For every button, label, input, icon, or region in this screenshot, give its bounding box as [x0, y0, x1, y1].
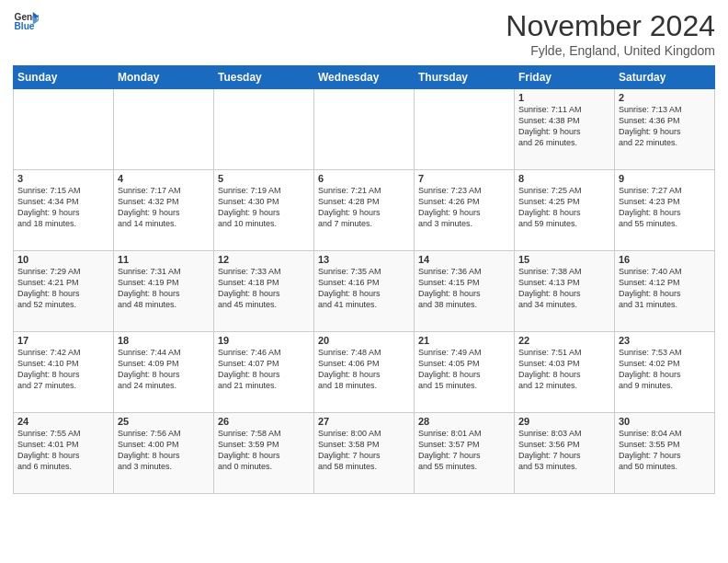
logo-icon: General Blue [13, 9, 39, 35]
calendar-cell: 9Sunrise: 7:27 AM Sunset: 4:23 PM Daylig… [615, 170, 715, 251]
day-number: 25 [118, 416, 210, 427]
calendar-cell: 23Sunrise: 7:53 AM Sunset: 4:02 PM Dayli… [615, 332, 715, 413]
calendar-cell: 18Sunrise: 7:44 AM Sunset: 4:09 PM Dayli… [114, 332, 214, 413]
svg-text:Blue: Blue [15, 21, 35, 31]
col-friday: Friday [515, 66, 615, 89]
day-number: 9 [619, 173, 711, 184]
day-info: Sunrise: 7:49 AM Sunset: 4:05 PM Dayligh… [418, 347, 510, 392]
day-info: Sunrise: 7:23 AM Sunset: 4:26 PM Dayligh… [418, 185, 510, 230]
day-number: 1 [518, 92, 610, 103]
week-row-3: 17Sunrise: 7:42 AM Sunset: 4:10 PM Dayli… [14, 332, 715, 413]
day-info: Sunrise: 7:17 AM Sunset: 4:32 PM Dayligh… [118, 185, 210, 230]
calendar-cell: 6Sunrise: 7:21 AM Sunset: 4:28 PM Daylig… [314, 170, 415, 251]
day-info: Sunrise: 7:38 AM Sunset: 4:13 PM Dayligh… [518, 266, 610, 311]
calendar-cell: 16Sunrise: 7:40 AM Sunset: 4:12 PM Dayli… [615, 251, 715, 332]
day-number: 30 [619, 416, 711, 427]
day-number: 22 [518, 335, 610, 346]
day-info: Sunrise: 7:36 AM Sunset: 4:15 PM Dayligh… [418, 266, 510, 311]
col-monday: Monday [114, 66, 214, 89]
day-info: Sunrise: 7:51 AM Sunset: 4:03 PM Dayligh… [518, 347, 610, 392]
day-number: 17 [17, 335, 109, 346]
calendar-cell: 12Sunrise: 7:33 AM Sunset: 4:18 PM Dayli… [214, 251, 314, 332]
header-row: Sunday Monday Tuesday Wednesday Thursday… [14, 66, 715, 89]
calendar-cell [14, 89, 114, 170]
calendar-cell: 5Sunrise: 7:19 AM Sunset: 4:30 PM Daylig… [214, 170, 314, 251]
day-info: Sunrise: 7:56 AM Sunset: 4:00 PM Dayligh… [118, 428, 210, 473]
day-info: Sunrise: 7:53 AM Sunset: 4:02 PM Dayligh… [619, 347, 711, 392]
day-number: 19 [218, 335, 310, 346]
day-number: 8 [518, 173, 610, 184]
day-info: Sunrise: 7:21 AM Sunset: 4:28 PM Dayligh… [318, 185, 410, 230]
day-number: 18 [118, 335, 210, 346]
calendar-cell: 27Sunrise: 8:00 AM Sunset: 3:58 PM Dayli… [314, 413, 415, 494]
header: General Blue November 2024 Fylde, Englan… [13, 9, 715, 58]
calendar-cell: 11Sunrise: 7:31 AM Sunset: 4:19 PM Dayli… [114, 251, 214, 332]
day-number: 13 [318, 254, 410, 265]
day-info: Sunrise: 7:25 AM Sunset: 4:25 PM Dayligh… [518, 185, 610, 230]
calendar-cell: 3Sunrise: 7:15 AM Sunset: 4:34 PM Daylig… [14, 170, 114, 251]
day-info: Sunrise: 7:35 AM Sunset: 4:16 PM Dayligh… [318, 266, 410, 311]
calendar-cell: 10Sunrise: 7:29 AM Sunset: 4:21 PM Dayli… [14, 251, 114, 332]
col-thursday: Thursday [415, 66, 515, 89]
day-info: Sunrise: 7:11 AM Sunset: 4:38 PM Dayligh… [518, 104, 610, 149]
calendar-cell: 19Sunrise: 7:46 AM Sunset: 4:07 PM Dayli… [214, 332, 314, 413]
day-number: 11 [118, 254, 210, 265]
week-row-1: 3Sunrise: 7:15 AM Sunset: 4:34 PM Daylig… [14, 170, 715, 251]
day-number: 28 [418, 416, 510, 427]
calendar-cell: 20Sunrise: 7:48 AM Sunset: 4:06 PM Dayli… [314, 332, 415, 413]
day-info: Sunrise: 7:19 AM Sunset: 4:30 PM Dayligh… [218, 185, 310, 230]
calendar-cell: 1Sunrise: 7:11 AM Sunset: 4:38 PM Daylig… [515, 89, 615, 170]
calendar-cell: 2Sunrise: 7:13 AM Sunset: 4:36 PM Daylig… [615, 89, 715, 170]
day-number: 5 [218, 173, 310, 184]
week-row-2: 10Sunrise: 7:29 AM Sunset: 4:21 PM Dayli… [14, 251, 715, 332]
calendar-cell: 24Sunrise: 7:55 AM Sunset: 4:01 PM Dayli… [14, 413, 114, 494]
day-info: Sunrise: 7:40 AM Sunset: 4:12 PM Dayligh… [619, 266, 711, 311]
calendar-cell [415, 89, 515, 170]
day-number: 6 [318, 173, 410, 184]
day-info: Sunrise: 8:01 AM Sunset: 3:57 PM Dayligh… [418, 428, 510, 473]
calendar-cell: 14Sunrise: 7:36 AM Sunset: 4:15 PM Dayli… [415, 251, 515, 332]
day-number: 7 [418, 173, 510, 184]
day-number: 10 [17, 254, 109, 265]
calendar-cell: 4Sunrise: 7:17 AM Sunset: 4:32 PM Daylig… [114, 170, 214, 251]
day-info: Sunrise: 7:31 AM Sunset: 4:19 PM Dayligh… [118, 266, 210, 311]
day-info: Sunrise: 7:58 AM Sunset: 3:59 PM Dayligh… [218, 428, 310, 473]
day-info: Sunrise: 7:44 AM Sunset: 4:09 PM Dayligh… [118, 347, 210, 392]
day-number: 2 [619, 92, 711, 103]
day-info: Sunrise: 7:33 AM Sunset: 4:18 PM Dayligh… [218, 266, 310, 311]
day-info: Sunrise: 8:04 AM Sunset: 3:55 PM Dayligh… [619, 428, 711, 473]
calendar-cell: 28Sunrise: 8:01 AM Sunset: 3:57 PM Dayli… [415, 413, 515, 494]
calendar-cell: 22Sunrise: 7:51 AM Sunset: 4:03 PM Dayli… [515, 332, 615, 413]
day-info: Sunrise: 7:29 AM Sunset: 4:21 PM Dayligh… [17, 266, 109, 311]
day-number: 4 [118, 173, 210, 184]
calendar-cell [314, 89, 415, 170]
day-info: Sunrise: 8:03 AM Sunset: 3:56 PM Dayligh… [518, 428, 610, 473]
day-number: 16 [619, 254, 711, 265]
day-number: 24 [17, 416, 109, 427]
col-sunday: Sunday [14, 66, 114, 89]
day-number: 15 [518, 254, 610, 265]
col-wednesday: Wednesday [314, 66, 415, 89]
calendar-cell: 30Sunrise: 8:04 AM Sunset: 3:55 PM Dayli… [615, 413, 715, 494]
calendar-cell: 7Sunrise: 7:23 AM Sunset: 4:26 PM Daylig… [415, 170, 515, 251]
day-number: 21 [418, 335, 510, 346]
calendar-table: Sunday Monday Tuesday Wednesday Thursday… [13, 65, 715, 494]
day-info: Sunrise: 7:55 AM Sunset: 4:01 PM Dayligh… [17, 428, 109, 473]
day-info: Sunrise: 7:48 AM Sunset: 4:06 PM Dayligh… [318, 347, 410, 392]
day-number: 29 [518, 416, 610, 427]
calendar-cell [114, 89, 214, 170]
col-saturday: Saturday [615, 66, 715, 89]
month-title: November 2024 [506, 9, 715, 43]
day-info: Sunrise: 8:00 AM Sunset: 3:58 PM Dayligh… [318, 428, 410, 473]
day-info: Sunrise: 7:42 AM Sunset: 4:10 PM Dayligh… [17, 347, 109, 392]
logo: General Blue [13, 9, 39, 35]
day-info: Sunrise: 7:15 AM Sunset: 4:34 PM Dayligh… [17, 185, 109, 230]
title-block: November 2024 Fylde, England, United Kin… [506, 9, 715, 58]
day-info: Sunrise: 7:46 AM Sunset: 4:07 PM Dayligh… [218, 347, 310, 392]
day-number: 12 [218, 254, 310, 265]
day-number: 20 [318, 335, 410, 346]
page: General Blue November 2024 Fylde, Englan… [0, 0, 728, 563]
calendar-cell: 21Sunrise: 7:49 AM Sunset: 4:05 PM Dayli… [415, 332, 515, 413]
calendar-cell: 29Sunrise: 8:03 AM Sunset: 3:56 PM Dayli… [515, 413, 615, 494]
day-number: 26 [218, 416, 310, 427]
